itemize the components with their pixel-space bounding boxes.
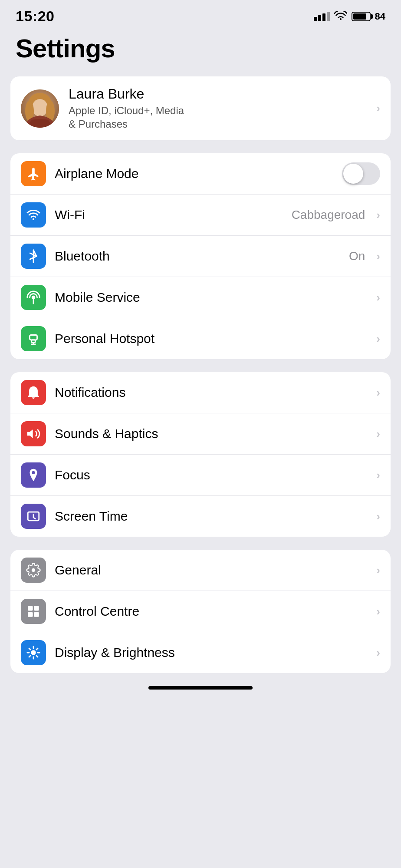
- profile-row[interactable]: Laura Burke Apple ID, iCloud+, Media& Pu…: [10, 76, 391, 140]
- notifications-row[interactable]: Notifications ›: [10, 372, 391, 413]
- general-label: General: [55, 563, 368, 578]
- control-centre-row[interactable]: Control Centre ›: [10, 591, 391, 632]
- focus-row[interactable]: Focus ›: [10, 454, 391, 495]
- status-time: 15:20: [16, 8, 54, 25]
- svg-line-22: [29, 648, 30, 650]
- profile-name: Laura Burke: [69, 86, 367, 102]
- bluetooth-label: Bluetooth: [55, 249, 340, 264]
- profile-section: Laura Burke Apple ID, iCloud+, Media& Pu…: [10, 76, 391, 140]
- screen-time-icon: [21, 504, 46, 529]
- control-centre-icon: [21, 599, 46, 624]
- network-section: Airplane Mode Wi-Fi Cabbageroad › Blueto…: [10, 153, 391, 359]
- status-icons: 84: [314, 11, 385, 22]
- svg-rect-16: [34, 612, 39, 617]
- signal-icon: [314, 12, 330, 21]
- page-title: Settings: [0, 29, 401, 76]
- svg-point-5: [33, 218, 34, 220]
- focus-label: Focus: [55, 468, 368, 482]
- notifications-icon: [21, 380, 46, 405]
- profile-info: Laura Burke Apple ID, iCloud+, Media& Pu…: [69, 86, 367, 131]
- control-centre-label: Control Centre: [55, 604, 368, 619]
- svg-rect-14: [34, 606, 39, 611]
- personal-hotspot-row[interactable]: Personal Hotspot ›: [10, 318, 391, 359]
- display-brightness-label: Display & Brightness: [55, 645, 368, 660]
- personal-hotspot-chevron: ›: [376, 332, 380, 346]
- svg-point-17: [31, 650, 36, 655]
- general-row[interactable]: General ›: [10, 550, 391, 591]
- svg-point-12: [32, 568, 36, 572]
- focus-icon: [21, 462, 46, 488]
- notifications-chevron: ›: [376, 386, 380, 399]
- focus-chevron: ›: [376, 469, 380, 482]
- svg-rect-15: [28, 612, 33, 617]
- screen-time-row[interactable]: Screen Time ›: [10, 495, 391, 537]
- status-bar: 15:20 84: [0, 0, 401, 29]
- battery-icon: [352, 12, 371, 21]
- airplane-mode-toggle[interactable]: [342, 162, 380, 185]
- avatar: [21, 89, 59, 128]
- sounds-haptics-row[interactable]: Sounds & Haptics ›: [10, 413, 391, 454]
- battery-percent: 84: [375, 11, 385, 22]
- sounds-haptics-label: Sounds & Haptics: [55, 426, 368, 441]
- bluetooth-chevron: ›: [376, 250, 380, 263]
- wifi-icon: [21, 202, 46, 228]
- notifications-label: Notifications: [55, 385, 368, 400]
- airplane-mode-row[interactable]: Airplane Mode: [10, 153, 391, 194]
- general-section: General › Control Centre ›: [10, 550, 391, 673]
- wifi-chevron: ›: [376, 208, 380, 222]
- mobile-service-label: Mobile Service: [55, 290, 368, 305]
- general-chevron: ›: [376, 564, 380, 577]
- display-brightness-icon: [21, 640, 46, 665]
- bluetooth-row[interactable]: Bluetooth On ›: [10, 235, 391, 277]
- mobile-service-row[interactable]: Mobile Service ›: [10, 277, 391, 318]
- profile-chevron: ›: [376, 102, 380, 115]
- wifi-value: Cabbageroad: [292, 208, 365, 222]
- bluetooth-value: On: [349, 249, 365, 263]
- display-brightness-row[interactable]: Display & Brightness ›: [10, 632, 391, 673]
- wifi-label: Wi-Fi: [55, 208, 283, 222]
- control-centre-chevron: ›: [376, 605, 380, 618]
- wifi-status-icon: [334, 11, 347, 22]
- home-indicator: [148, 686, 253, 690]
- airplane-mode-icon: [21, 161, 46, 186]
- wifi-row[interactable]: Wi-Fi Cabbageroad ›: [10, 194, 391, 235]
- screen-time-chevron: ›: [376, 510, 380, 523]
- svg-point-2: [32, 99, 48, 116]
- svg-line-25: [29, 656, 30, 657]
- screen-time-label: Screen Time: [55, 509, 368, 524]
- svg-rect-8: [30, 335, 37, 340]
- bluetooth-icon: [21, 244, 46, 269]
- airplane-mode-label: Airplane Mode: [55, 166, 333, 181]
- personal-hotspot-icon: [21, 326, 46, 351]
- mobile-service-chevron: ›: [376, 291, 380, 304]
- mobile-service-icon: [21, 285, 46, 310]
- general-icon: [21, 558, 46, 583]
- svg-line-23: [36, 656, 38, 657]
- svg-line-24: [36, 648, 38, 650]
- svg-point-10: [32, 471, 35, 474]
- profile-subtitle: Apple ID, iCloud+, Media& Purchases: [69, 104, 367, 131]
- notifications-section: Notifications › Sounds & Haptics › Focus…: [10, 372, 391, 537]
- svg-rect-13: [28, 606, 33, 611]
- personal-hotspot-label: Personal Hotspot: [55, 331, 368, 346]
- sounds-haptics-icon: [21, 421, 46, 446]
- display-brightness-chevron: ›: [376, 646, 380, 660]
- sounds-haptics-chevron: ›: [376, 427, 380, 441]
